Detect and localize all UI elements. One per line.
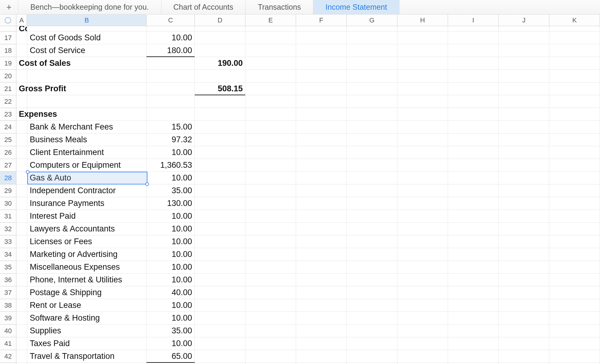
cell-E[interactable] — [245, 210, 296, 223]
cell-C[interactable]: 10.00 — [147, 172, 195, 184]
cell-E[interactable] — [245, 108, 296, 121]
cell-H[interactable] — [397, 274, 448, 286]
cell-E[interactable] — [245, 350, 296, 363]
column-header-J[interactable]: J — [499, 15, 549, 26]
cell-F[interactable] — [296, 248, 347, 261]
cell-B[interactable]: Postage & Shipping — [27, 286, 147, 299]
cell-J[interactable] — [499, 26, 549, 32]
cell-G[interactable] — [347, 197, 397, 210]
row-header[interactable]: 34 — [0, 248, 16, 261]
cell-D[interactable] — [195, 197, 245, 210]
cell-F[interactable] — [296, 197, 347, 210]
cell-E[interactable] — [245, 235, 296, 248]
cell-I[interactable] — [448, 44, 499, 57]
cell-G[interactable] — [347, 108, 397, 121]
cell-J[interactable] — [499, 108, 549, 121]
cell-K[interactable] — [549, 312, 600, 325]
cell-G[interactable] — [347, 350, 397, 363]
cell-D[interactable] — [195, 286, 245, 299]
cell-C[interactable] — [147, 108, 195, 121]
row-header[interactable]: 27 — [0, 159, 16, 172]
cell-K[interactable] — [549, 235, 600, 248]
cell-I[interactable] — [448, 108, 499, 121]
cell-A[interactable] — [16, 121, 27, 133]
cell-H[interactable] — [397, 325, 448, 337]
cell-J[interactable] — [499, 337, 549, 350]
cell-F[interactable] — [296, 325, 347, 337]
column-header-I[interactable]: I — [448, 15, 499, 26]
cell-H[interactable] — [397, 133, 448, 146]
cell-G[interactable] — [347, 159, 397, 172]
cell-G[interactable] — [347, 363, 397, 364]
cell-G[interactable] — [347, 223, 397, 235]
row-header[interactable]: 23 — [0, 108, 16, 121]
cell-I[interactable] — [448, 26, 499, 32]
cell-A[interactable] — [16, 350, 27, 363]
row-header[interactable]: 20 — [0, 70, 16, 83]
cell-J[interactable] — [499, 95, 549, 108]
cell-D[interactable] — [195, 261, 245, 274]
cell-F[interactable] — [296, 121, 347, 133]
cell-H[interactable] — [397, 350, 448, 363]
cell-I[interactable] — [448, 172, 499, 184]
cell-F[interactable] — [296, 337, 347, 350]
row-header[interactable]: 43 — [0, 363, 16, 364]
cell-F[interactable] — [296, 70, 347, 83]
sheet-tab-income-statement[interactable]: Income Statement — [313, 0, 399, 14]
cell-D[interactable] — [195, 248, 245, 261]
cell-E[interactable] — [245, 274, 296, 286]
cell-E[interactable] — [245, 133, 296, 146]
cell-H[interactable] — [397, 57, 448, 70]
cell-K[interactable] — [549, 325, 600, 337]
cell-I[interactable] — [448, 350, 499, 363]
cell-D[interactable] — [195, 210, 245, 223]
row-header[interactable]: 36 — [0, 274, 16, 286]
row-header[interactable]: 42 — [0, 350, 16, 363]
cell-F[interactable] — [296, 274, 347, 286]
column-header-G[interactable]: G — [347, 15, 397, 26]
cell-H[interactable] — [397, 83, 448, 95]
cell-D[interactable] — [195, 70, 245, 83]
cell-G[interactable] — [347, 210, 397, 223]
cell-B[interactable]: Software & Hosting — [27, 312, 147, 325]
cell-F[interactable] — [296, 210, 347, 223]
cell-I[interactable] — [448, 299, 499, 312]
cell-K[interactable] — [549, 248, 600, 261]
cell-H[interactable] — [397, 223, 448, 235]
cell-D[interactable]: 508.15 — [195, 83, 245, 95]
cell-E[interactable] — [245, 286, 296, 299]
cell-F[interactable] — [296, 184, 347, 197]
cell-D[interactable] — [195, 172, 245, 184]
cell-F[interactable] — [296, 286, 347, 299]
cell-D[interactable] — [195, 121, 245, 133]
row-header[interactable]: 21 — [0, 83, 16, 95]
cell-F[interactable] — [296, 44, 347, 57]
cell-A[interactable] — [16, 312, 27, 325]
cell-C[interactable]: 10.00 — [147, 146, 195, 159]
cell-J[interactable] — [499, 146, 549, 159]
cell-A[interactable] — [16, 337, 27, 350]
cell-K[interactable] — [549, 121, 600, 133]
cell-B[interactable]: Licenses or Fees — [27, 235, 147, 248]
cell-D[interactable]: 1,887.85 — [195, 363, 245, 364]
cell-B[interactable]: Business Meals — [27, 133, 147, 146]
cell-H[interactable] — [397, 70, 448, 83]
cell-B[interactable]: Insurance Payments — [27, 197, 147, 210]
row-header[interactable]: 30 — [0, 197, 16, 210]
cell-C[interactable] — [147, 363, 195, 364]
cell-I[interactable] — [448, 286, 499, 299]
cell-G[interactable] — [347, 248, 397, 261]
row-header[interactable]: 22 — [0, 95, 16, 108]
cell-E[interactable] — [245, 121, 296, 133]
cell-D[interactable] — [195, 44, 245, 57]
column-header-B[interactable]: B — [27, 15, 147, 26]
column-header-K[interactable]: K — [549, 15, 600, 26]
cell-C[interactable]: 10.00 — [147, 337, 195, 350]
cell-J[interactable] — [499, 172, 549, 184]
row-header[interactable]: 41 — [0, 337, 16, 350]
cell-D[interactable] — [195, 274, 245, 286]
cell-D[interactable] — [195, 312, 245, 325]
cell-I[interactable] — [448, 83, 499, 95]
cell-J[interactable] — [499, 184, 549, 197]
cell-A[interactable] — [16, 172, 27, 184]
